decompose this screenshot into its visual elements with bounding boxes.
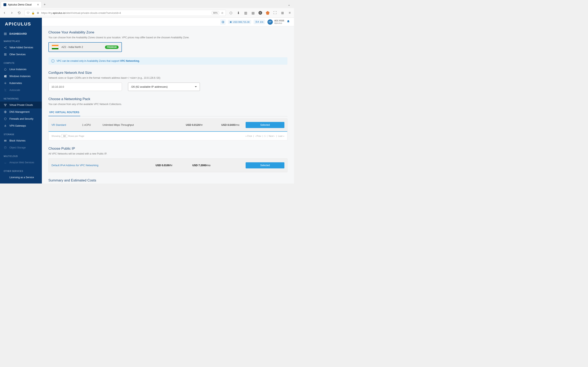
nodes-icon <box>4 46 7 49</box>
back-button[interactable] <box>2 11 7 15</box>
sidebar-heading-storage: STORAGE <box>0 132 42 137</box>
sidebar-heading-multicloud: MULTICLOUD <box>0 154 42 159</box>
router-row[interactable]: VR Standard 1 vCPU Unlimited Mbps Throug… <box>49 119 287 132</box>
kubernetes-icon <box>4 82 7 85</box>
net-subtitle: Network sizes or Super CIDRs are in the … <box>48 76 287 79</box>
sidebar-item-object[interactable]: Object Storage <box>0 144 42 151</box>
sidebar-label: Amazon Web Services <box>9 161 34 164</box>
logo[interactable]: APICULUS <box>0 18 42 30</box>
translate-icon: 文A <box>255 20 259 24</box>
extension-k-icon[interactable]: K <box>259 11 262 15</box>
zoom-badge[interactable]: 80% <box>212 11 219 15</box>
pager-next[interactable]: Next › <box>269 135 275 137</box>
svg-rect-10 <box>6 55 6 55</box>
info-text: VPC can be created only in Availability … <box>57 59 120 62</box>
pager-first[interactable]: « First <box>245 135 252 137</box>
ip-price-mo: USD 7.2000/mo <box>192 164 229 167</box>
user-menu[interactable]: KP ADC-R335 Apiculus <box>268 19 284 25</box>
pager-last[interactable]: Last » <box>278 135 285 137</box>
reader-icon[interactable]: ▤ <box>251 11 255 15</box>
url-path: /site/#/virtual-private-clouds-create?se… <box>65 11 121 15</box>
select-value: /26 (62 available IP addresses) <box>131 85 168 88</box>
download-icon[interactable]: ⬇ <box>236 11 240 15</box>
pack-title: Choose a Networking Pack <box>48 97 287 101</box>
ip-row[interactable]: Default IPv4 Address for VPC Networking … <box>49 159 287 172</box>
sidebar-label: Firewalls and Security <box>9 117 33 120</box>
network-ip-input[interactable] <box>48 83 122 91</box>
pager-showing: Showing <box>52 135 61 137</box>
sidebar-label: Block Volumes <box>9 139 26 142</box>
sidebar-item-linux[interactable]: Linux Instances <box>0 66 42 73</box>
forward-button[interactable] <box>10 11 14 15</box>
ip-panel: Default IPv4 Address for VPC Networking … <box>48 158 287 172</box>
balance-pill[interactable]: ▣USD 999,715.38 <box>228 20 251 24</box>
sidebar-item-firewall[interactable]: Firewalls and Security <box>0 115 42 122</box>
selected-button[interactable]: Selected <box>246 122 285 128</box>
pager-prev[interactable]: ‹ Prev <box>255 135 261 137</box>
info-banner: i VPC can be created only in Availabilit… <box>48 57 287 65</box>
pack-tabs: VPC VIRTUAL ROUTERS <box>48 109 287 117</box>
router-name: VR Standard <box>52 124 82 126</box>
sidebar-label: DNS Management <box>9 110 30 113</box>
svg-point-11 <box>5 83 6 83</box>
crop-icon[interactable]: ⛶ <box>273 11 277 15</box>
sidebar-item-kubernetes[interactable]: Kubernetes <box>0 80 42 87</box>
sidebar-item-other-services[interactable]: Other Services <box>0 51 42 58</box>
url-host: apiculus.io <box>53 11 65 15</box>
dashboard-icon <box>4 32 7 35</box>
wallet-icon: ▣ <box>230 21 232 23</box>
ip-name: Default IPv4 Address for VPC Networking <box>52 164 156 167</box>
sidebar-item-dashboard[interactable]: DASHBOARD <box>0 30 42 37</box>
sidebar-item-windows[interactable]: Windows Instances <box>0 73 42 80</box>
settings-icon: ⚙ <box>37 11 39 15</box>
svg-rect-1 <box>6 33 6 34</box>
sidebar-item-aws[interactable]: Amazon Web Services <box>0 159 42 166</box>
svg-rect-16 <box>5 125 6 127</box>
balance-text: USD 999,715.38 <box>233 21 250 23</box>
info-link[interactable]: VPC Networking <box>120 59 139 62</box>
sidebar-heading-compute: COMPUTE <box>0 60 42 66</box>
library-icon[interactable]: ▥ <box>244 11 247 15</box>
sidebar-item-dns[interactable]: DNS Management <box>0 108 42 115</box>
pack-subtitle: You can choose from any of the available… <box>48 103 287 106</box>
network-size-select[interactable]: /26 (62 available IP addresses) <box>128 83 200 91</box>
url-prefix: https://try. <box>41 11 53 15</box>
url-bar[interactable]: 🛡 🔒 ⚙ https://try.apiculus.io/site/#/vir… <box>25 10 226 16</box>
tab-vpc-routers[interactable]: VPC VIRTUAL ROUTERS <box>48 109 80 116</box>
pocket-icon[interactable]: ⬡ <box>229 11 233 15</box>
logo-text: APICULUS <box>5 21 37 27</box>
sidebar-item-value-added[interactable]: Value Added Services <box>0 44 42 51</box>
puzzle-icon[interactable]: ⊞ <box>281 11 284 15</box>
flag-india-icon <box>52 45 59 50</box>
globe-icon <box>4 110 7 114</box>
menu-icon[interactable]: ≡ <box>288 11 292 15</box>
selected-button[interactable]: Selected <box>246 162 285 168</box>
grid-icon <box>4 53 7 56</box>
az-card[interactable]: AZ2 - India North 2 PREMIUM <box>48 42 122 52</box>
tab-menu-icon[interactable]: ⌄ <box>285 1 293 8</box>
browser-chrome: Apiculus Demo Cloud ✕ + ⌄ 🛡 🔒 ⚙ https://… <box>0 0 294 18</box>
metamask-icon[interactable] <box>266 11 269 15</box>
language-pill[interactable]: 文AEN <box>254 20 265 24</box>
ip-title: Choose Public IP <box>48 147 287 151</box>
sidebar-item-autoscale[interactable]: Autoscale <box>0 87 42 94</box>
firewall-icon <box>4 117 7 120</box>
region-button[interactable] <box>220 19 226 25</box>
browser-tab[interactable]: Apiculus Demo Cloud ✕ <box>1 1 42 8</box>
close-icon[interactable]: ✕ <box>37 3 39 6</box>
pager-rows-input[interactable]: 10 <box>61 134 67 138</box>
sidebar-item-licensing[interactable]: Licensing as a Service <box>0 174 42 181</box>
license-icon <box>4 176 7 179</box>
notifications-button[interactable] <box>287 20 290 24</box>
sidebar-item-vpc[interactable]: Virtual Private Clouds <box>0 101 42 108</box>
sidebar-item-block[interactable]: Block Volumes <box>0 137 42 144</box>
vpn-icon <box>4 124 7 127</box>
svg-rect-18 <box>4 141 6 142</box>
windows-icon <box>4 75 7 78</box>
sidebar-item-vpn[interactable]: VPN Gateways <box>0 122 42 129</box>
reload-button[interactable] <box>17 11 21 15</box>
new-tab-button[interactable]: + <box>42 1 48 8</box>
bookmark-icon[interactable]: ☆ <box>221 11 224 15</box>
svg-point-5 <box>6 47 6 47</box>
pager-rpp: Rows per Page <box>68 135 84 137</box>
